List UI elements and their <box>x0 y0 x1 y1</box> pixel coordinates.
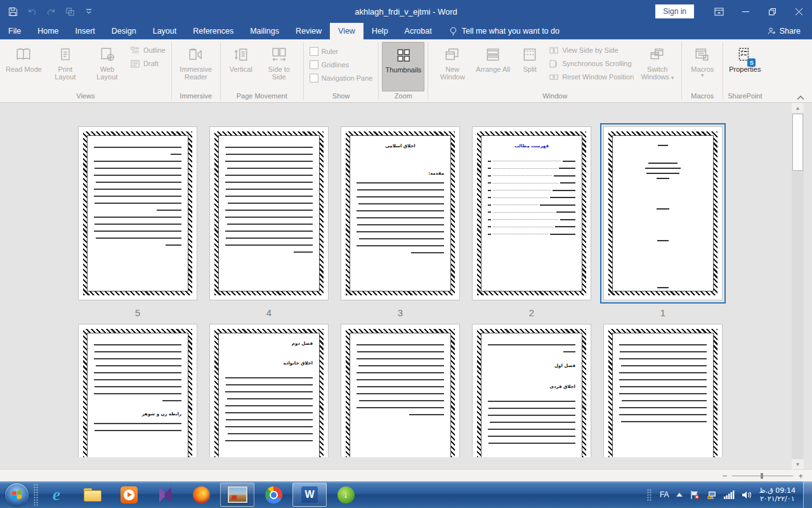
page-decorative-border <box>608 329 717 457</box>
undo-icon[interactable] <box>27 6 37 17</box>
page-thumbnail-5[interactable]: 5 <box>78 126 197 318</box>
page-thumbnail[interactable] <box>341 324 460 457</box>
ribbon-display-options-icon[interactable] <box>705 0 732 23</box>
page-thumbnail-3[interactable]: اخلاق اسلامیمقدمه:3 <box>341 126 460 318</box>
taskbar-ie-icon[interactable]: e <box>39 483 74 507</box>
taskbar-explorer-icon[interactable] <box>75 483 110 507</box>
action-center-flag-icon[interactable] <box>690 490 700 500</box>
tab-insert[interactable]: Insert <box>67 23 103 39</box>
tab-help[interactable]: Help <box>363 23 396 39</box>
zoom-slider[interactable] <box>732 472 793 479</box>
lightbulb-icon <box>449 27 457 36</box>
page-thumbnail[interactable]: فصل دوماخلاق خانواده <box>209 324 329 457</box>
taskbar-idm-icon[interactable]: ↓ <box>329 483 363 507</box>
taskbar-firefox-icon[interactable] <box>184 483 218 507</box>
page-thumbnail[interactable]: فصل اولاخلاق فردی <box>472 324 591 457</box>
split-icon <box>521 44 538 65</box>
page-decorative-border <box>214 131 324 295</box>
taskbar-photos-icon[interactable] <box>220 483 254 507</box>
tab-mailings[interactable]: Mailings <box>242 23 287 39</box>
draft-button[interactable]: Draft <box>131 59 166 68</box>
reset-window-position-button[interactable]: Reset Window Position <box>549 72 634 81</box>
tab-view[interactable]: View <box>330 23 363 39</box>
synchronous-scrolling-button[interactable]: Synchronous Scrolling <box>549 59 634 68</box>
redo-icon[interactable] <box>46 6 56 17</box>
group-label-show: Show <box>306 91 377 102</box>
immersive-reader-button[interactable]: Immersive Reader <box>175 42 217 91</box>
show-hidden-icons-icon[interactable] <box>676 493 683 497</box>
tab-references[interactable]: References <box>185 23 242 39</box>
taskbar: eW↓ FA 09:14 ق.ظ ۲۰۲۱/۲۲/۰۱ <box>0 481 812 508</box>
show-desktop-button[interactable] <box>803 481 812 508</box>
ribbon-group-page-movement: Vertical Side to Side Page Movement <box>221 39 303 102</box>
tab-file[interactable]: File <box>0 23 29 39</box>
collapse-ribbon-icon[interactable] <box>797 95 804 100</box>
share-person-icon <box>767 27 776 36</box>
ribbon-group-sharepoint: S Properties SharePoint <box>723 39 766 102</box>
hardware-icon[interactable] <box>707 490 717 500</box>
zoom-in-button[interactable]: + <box>798 472 803 480</box>
close-button[interactable] <box>785 0 812 23</box>
switch-windows-button[interactable]: Switch Windows ▾ <box>636 42 678 91</box>
taskbar-clock[interactable]: 09:14 ق.ظ ۲۰۲۱/۲۲/۰۱ <box>759 486 796 504</box>
start-button[interactable] <box>5 483 29 507</box>
page-decorative-border <box>608 131 717 295</box>
touch-mode-icon[interactable] <box>65 6 75 17</box>
navigation-pane-checkbox[interactable]: Navigation Pane <box>310 74 373 83</box>
language-indicator[interactable]: FA <box>660 490 669 499</box>
zoom-out-button[interactable]: − <box>723 472 728 480</box>
macros-button[interactable]: Macros ▾ <box>685 42 719 91</box>
group-label-page-movement: Page Movement <box>223 91 301 102</box>
ruler-checkbox[interactable]: Ruler <box>310 47 373 56</box>
page-thumbnail[interactable] <box>603 324 723 457</box>
print-layout-button[interactable]: Print Layout <box>44 42 86 91</box>
tab-home[interactable]: Home <box>29 23 67 39</box>
scroll-up-icon[interactable]: ▲ <box>792 103 804 113</box>
minimize-button[interactable] <box>732 0 759 23</box>
sign-in-button[interactable]: Sign in <box>655 4 694 18</box>
reset-window-position-icon <box>549 72 559 81</box>
tell-me-box[interactable]: Tell me what you want to do <box>440 23 568 39</box>
read-mode-button[interactable]: Read Mode <box>3 42 44 91</box>
view-side-by-side-button[interactable]: View Side by Side <box>549 46 634 55</box>
volume-icon[interactable] <box>742 490 752 500</box>
new-window-button[interactable]: New Window <box>431 42 473 91</box>
split-button[interactable]: Split <box>513 42 547 91</box>
properties-button[interactable]: S Properties <box>726 42 763 91</box>
taskbar-chrome-icon[interactable] <box>256 483 291 507</box>
vertical-button[interactable]: Vertical <box>224 42 258 91</box>
outline-button[interactable]: Outline <box>131 46 166 55</box>
network-signal-icon[interactable] <box>724 490 735 499</box>
taskbar-kmplayer-icon[interactable] <box>148 483 182 507</box>
tab-acrobat[interactable]: Acrobat <box>396 23 440 39</box>
restore-button[interactable] <box>759 0 785 23</box>
side-to-side-button[interactable]: Side to Side <box>258 42 300 91</box>
page-decorative-border: فصل اولاخلاق فردی <box>477 329 586 457</box>
tab-layout[interactable]: Layout <box>145 23 185 39</box>
tab-review[interactable]: Review <box>287 23 330 39</box>
share-button[interactable]: Share <box>756 23 812 39</box>
page-thumbnail-2[interactable]: فهرست مطالب2 <box>472 126 591 318</box>
page-thumbnail[interactable]: رابطه زن و شوهر <box>78 324 197 457</box>
customize-qat-icon[interactable] <box>84 6 94 17</box>
arrange-all-button[interactable]: Arrange All <box>473 42 513 91</box>
web-layout-button[interactable]: Web Layout <box>86 42 128 91</box>
checkbox-icon <box>310 74 318 83</box>
ribbon-group-macros: Macros ▾ Macros <box>682 39 723 102</box>
gridlines-checkbox[interactable]: Gridlines <box>310 60 373 69</box>
group-label-sharepoint: SharePoint <box>725 91 764 102</box>
vertical-scrollbar[interactable]: ▲ ▼ <box>792 103 804 469</box>
side-to-side-icon <box>270 44 288 65</box>
scroll-down-icon[interactable]: ▼ <box>792 459 804 469</box>
ribbon-group-immersive: Immersive Reader Immersive <box>172 39 220 102</box>
scrollbar-thumb[interactable] <box>792 114 803 171</box>
thumbnails-button[interactable]: Thumbnails <box>382 42 424 91</box>
view-side-by-side-icon <box>549 46 559 55</box>
page-thumbnail-4[interactable]: 4 <box>209 126 329 318</box>
ribbon-tab-row: FileHomeInsertDesignLayoutReferencesMail… <box>0 23 812 39</box>
save-icon[interactable] <box>8 6 18 17</box>
page-thumbnail-1[interactable]: 1 <box>603 126 723 318</box>
taskbar-word-icon[interactable]: W <box>292 483 327 507</box>
taskbar-mediaplayer-icon[interactable] <box>112 483 146 507</box>
tab-design[interactable]: Design <box>103 23 145 39</box>
